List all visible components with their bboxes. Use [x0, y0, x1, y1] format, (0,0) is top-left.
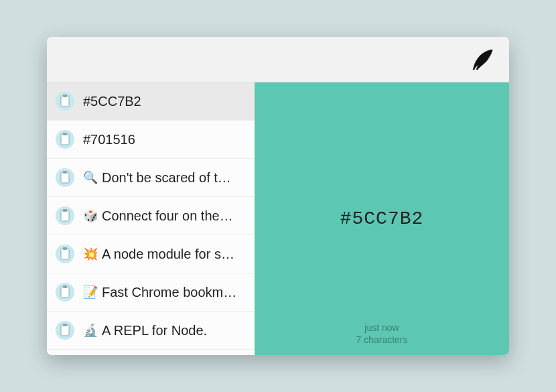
list-item[interactable]: 💥 A node module for s…	[47, 235, 255, 273]
list-item-label: A REPL for Node.	[102, 323, 207, 338]
window-header	[47, 37, 509, 82]
svg-rect-1	[61, 96, 69, 107]
list-item-text: 🎲 Connect four on the…	[83, 208, 247, 224]
list-item-text: 🔬 A REPL for Node.	[83, 323, 247, 338]
list-item-label: Connect four on the…	[102, 208, 233, 224]
svg-rect-5	[63, 133, 67, 135]
dice-icon: 🎲	[83, 208, 98, 223]
preview-content: #5CC7B2	[340, 208, 424, 229]
feather-icon	[469, 46, 496, 73]
list-item-text: #5CC7B2	[83, 94, 247, 109]
svg-rect-13	[61, 249, 69, 259]
svg-rect-19	[61, 325, 69, 336]
svg-rect-8	[63, 171, 67, 174]
magnifier-icon: 🔍	[83, 170, 98, 185]
clipboard-window: #5CC7B2 #701516	[47, 37, 509, 355]
svg-rect-4	[61, 134, 69, 145]
list-item-label: Fast Chrome bookm…	[102, 285, 236, 300]
preview-meta: just now 7 characters	[356, 322, 407, 346]
list-item-text: 💥 A node module for s…	[83, 247, 247, 262]
list-item[interactable]: #701516	[47, 121, 255, 159]
list-item-text: #701516	[83, 132, 247, 147]
svg-rect-17	[63, 285, 67, 288]
preview-charcount: 7 characters	[356, 334, 407, 346]
preview-pane: #5CC7B2 just now 7 characters	[255, 82, 509, 355]
clipboard-icon	[55, 168, 75, 188]
svg-rect-20	[63, 324, 67, 326]
list-item-label: A node module for s…	[102, 247, 234, 262]
svg-rect-2	[63, 94, 67, 97]
list-item-label: #701516	[83, 132, 135, 147]
svg-rect-16	[61, 287, 69, 298]
clipboard-icon	[55, 206, 75, 226]
microscope-icon: 🔬	[83, 323, 98, 338]
clipboard-list: #5CC7B2 #701516	[47, 82, 255, 355]
list-item[interactable]: 🔬 A REPL for Node.	[47, 312, 255, 350]
list-item-label: Don't be scared of t…	[102, 170, 231, 186]
list-item[interactable]: #5CC7B2	[47, 82, 255, 121]
svg-rect-11	[63, 209, 67, 212]
list-item-text: 📝 Fast Chrome bookm…	[83, 285, 247, 300]
collision-icon: 💥	[83, 247, 98, 261]
list-item[interactable]: 📝 Fast Chrome bookm…	[47, 273, 255, 312]
memo-icon: 📝	[83, 285, 98, 300]
clipboard-icon	[55, 282, 75, 302]
clipboard-icon	[55, 244, 75, 264]
clipboard-icon	[55, 91, 75, 111]
preview-timestamp: just now	[356, 322, 407, 334]
clipboard-icon	[55, 129, 75, 149]
window-body: #5CC7B2 #701516	[47, 82, 509, 355]
list-item-label: #5CC7B2	[83, 94, 141, 109]
list-item[interactable]: 🎲 Connect four on the…	[47, 197, 255, 235]
clipboard-icon	[55, 320, 75, 340]
svg-rect-14	[63, 247, 67, 250]
list-item-text: 🔍 Don't be scared of t…	[83, 170, 247, 186]
svg-rect-7	[61, 172, 69, 183]
list-item[interactable]: 🔍 Don't be scared of t…	[47, 159, 255, 197]
svg-rect-10	[61, 210, 69, 221]
